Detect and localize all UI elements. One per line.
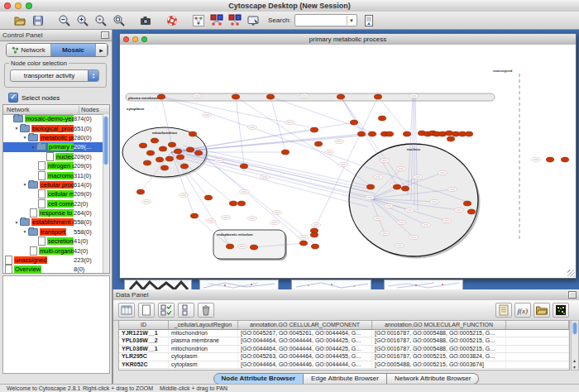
- network-node[interactable]: [204, 195, 212, 200]
- network-node[interactable]: [403, 131, 410, 136]
- tree-col-nodes[interactable]: Nodes: [79, 106, 109, 113]
- tab-overflow-arrow-icon[interactable]: ▶: [96, 44, 108, 56]
- tree-expand-icon[interactable]: ▼: [13, 220, 20, 225]
- network-node[interactable]: [366, 184, 374, 189]
- network-node[interactable]: [445, 131, 452, 136]
- table-row[interactable]: YJR121W__1mitochondrion[GO:0045267, GO:0…: [119, 330, 569, 337]
- search-input[interactable]: ▼: [294, 14, 357, 26]
- network-node[interactable]: [465, 131, 472, 136]
- birdseye-view[interactable]: [2, 275, 110, 374]
- network-node[interactable]: [310, 127, 318, 132]
- network-node[interactable]: [310, 232, 318, 237]
- network-node[interactable]: [189, 131, 196, 136]
- network-node[interactable]: [186, 147, 194, 152]
- network-node[interactable]: [176, 155, 184, 160]
- network-node[interactable]: [438, 131, 446, 136]
- network-modify-b-button[interactable]: [227, 13, 243, 28]
- network-node[interactable]: [157, 94, 165, 99]
- network-node[interactable]: [401, 186, 409, 191]
- table-column-header[interactable]: _cellularLayoutRegion: [169, 321, 238, 329]
- network-node[interactable]: [165, 156, 173, 161]
- tree-expand-icon[interactable]: ▼: [30, 145, 36, 150]
- tab-node-attribute-browser[interactable]: Node Attribute Browser: [213, 373, 304, 385]
- scroll-up-icon[interactable]: ▲: [572, 358, 577, 363]
- network-node[interactable]: [143, 160, 151, 165]
- tree-row[interactable]: nucleobase-209(0): [3, 152, 103, 161]
- tree-row[interactable]: Overview8(0): [3, 265, 103, 273]
- table-row[interactable]: YPL036W__1mitochondrion[GO:0044464, GO:0…: [119, 346, 569, 353]
- network-node[interactable]: [240, 164, 247, 169]
- tree-row[interactable]: secretion41(0): [3, 237, 103, 246]
- select-attributes-button[interactable]: [158, 303, 175, 318]
- network-node[interactable]: [139, 143, 146, 148]
- network-node[interactable]: [146, 151, 154, 155]
- attribute-matrix-button[interactable]: [553, 303, 569, 318]
- network-node[interactable]: [311, 244, 318, 249]
- network-node[interactable]: [357, 131, 365, 136]
- network-node[interactable]: [174, 149, 181, 154]
- network-node[interactable]: [159, 146, 166, 151]
- network-node[interactable]: [151, 138, 158, 143]
- table-column-header[interactable]: annotation.GO CELLULAR_COMPONENT: [238, 321, 372, 329]
- window-resize-grip[interactable]: [567, 270, 575, 277]
- tree-row[interactable]: mosaic-demo-yeast874(0): [3, 114, 103, 123]
- zoom-out-button[interactable]: [56, 13, 73, 28]
- background-window-fragment[interactable]: [384, 280, 463, 289]
- network-node[interactable]: [281, 150, 289, 155]
- new-attribute-button[interactable]: [138, 303, 155, 318]
- network-node[interactable]: [156, 157, 163, 162]
- help-button[interactable]: [164, 13, 180, 28]
- network-node[interactable]: [385, 131, 393, 136]
- tree-scrollbar-thumb[interactable]: [103, 117, 108, 165]
- network-canvas[interactable]: plasma membranecytoplasmmitochondrionnuc…: [120, 45, 576, 278]
- table-row[interactable]: YDR039C__1mitochondrion[GO:0044464, GO:0…: [119, 369, 569, 370]
- network-node[interactable]: [266, 94, 274, 99]
- network-node[interactable]: [393, 184, 400, 189]
- search-dropdown-icon[interactable]: ▼: [347, 16, 356, 25]
- tree-row[interactable]: response to stimulu264(0): [3, 208, 103, 218]
- tree-row[interactable]: ▼cellular process614(0): [3, 180, 103, 189]
- function-builder-button[interactable]: f(x): [514, 303, 531, 318]
- tree-row[interactable]: macromolecule311(0): [3, 170, 103, 179]
- node-color-dropdown[interactable]: transporter activity ▲▼: [10, 69, 99, 82]
- table-row[interactable]: YKR052Ccytoplasm[GO:0044464, GO:0044446,…: [119, 361, 569, 369]
- network-node[interactable]: [250, 245, 257, 250]
- tab-edge-attribute-browser[interactable]: Edge Attribute Browser: [304, 373, 387, 385]
- create-view-button[interactable]: [190, 13, 207, 28]
- network-node[interactable]: [378, 116, 385, 121]
- tab-mosaic[interactable]: Mosaic: [51, 44, 96, 56]
- tree-expand-icon[interactable]: ▼: [22, 182, 28, 187]
- background-window-fragment[interactable]: [199, 280, 279, 289]
- network-node[interactable]: [232, 94, 239, 99]
- tree-col-network[interactable]: Network: [3, 106, 79, 113]
- tree-row[interactable]: ▼establishment of lo558(0): [3, 218, 103, 227]
- network-node[interactable]: [314, 141, 322, 146]
- tree-row[interactable]: nitrogen compo209(0): [3, 161, 103, 170]
- network-node[interactable]: [368, 131, 376, 136]
- network-node[interactable]: [136, 189, 144, 194]
- network-node[interactable]: [237, 201, 245, 206]
- tree-expand-icon[interactable]: ▼: [13, 126, 20, 131]
- tab-network-attribute-browser[interactable]: Network Attribute Browser: [387, 373, 479, 385]
- zoom-fit-button[interactable]: [111, 13, 127, 28]
- annotation-tool-button[interactable]: [245, 13, 261, 28]
- network-node[interactable]: [350, 120, 357, 125]
- tree-row[interactable]: unassigned223(0): [3, 256, 103, 265]
- tree-row[interactable]: ▼biological_process651(0): [3, 123, 103, 132]
- zoom-in-button[interactable]: [74, 13, 91, 28]
- tree-expand-icon[interactable]: ▼: [22, 135, 28, 140]
- region-plasma-membrane[interactable]: [126, 93, 495, 101]
- tab-network[interactable]: Network: [7, 44, 51, 56]
- column-format-button[interactable]: [118, 303, 135, 318]
- scroll-down-icon[interactable]: ▼: [572, 365, 577, 370]
- save-session-button[interactable]: [30, 13, 46, 28]
- table-row[interactable]: YLR295Ccytoplasm[GO:0045263, GO:0044464,…: [119, 353, 569, 361]
- tree-row[interactable]: multi-organism pro42(0): [3, 246, 103, 255]
- network-node[interactable]: [229, 201, 237, 206]
- tree-row[interactable]: ▼metabolic process280(0): [3, 133, 103, 142]
- tree-expand-icon[interactable]: ▼: [22, 229, 28, 234]
- open-file-button[interactable]: [12, 13, 28, 28]
- table-row[interactable]: YPL036W__2plasma membrane[GO:0044464, GO…: [119, 337, 569, 345]
- export-snapshot-button[interactable]: [137, 13, 154, 28]
- network-node[interactable]: [226, 244, 233, 249]
